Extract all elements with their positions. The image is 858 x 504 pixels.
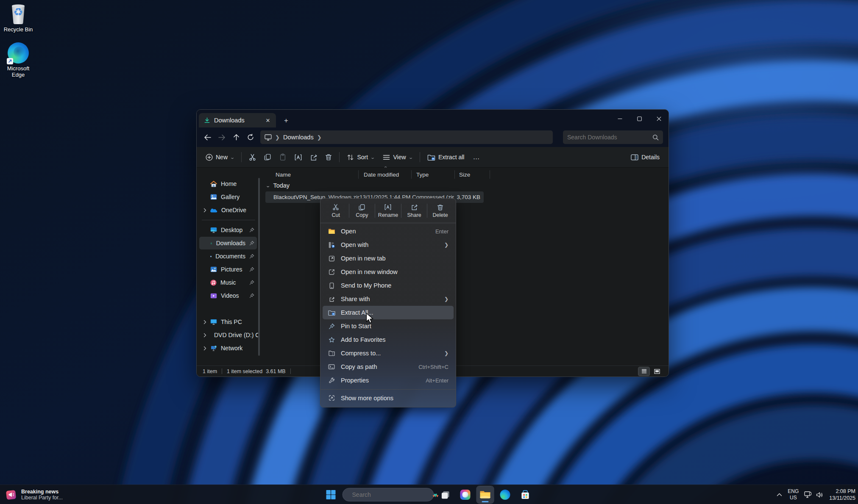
explorer-tab-downloads[interactable]: Downloads ✕ xyxy=(199,113,276,127)
system-tray-icons[interactable] xyxy=(804,491,824,498)
mouse-cursor xyxy=(365,313,375,324)
more-options-button[interactable]: … xyxy=(469,150,483,164)
minimize-button[interactable] xyxy=(610,110,630,127)
sidebar-item-home[interactable]: Home xyxy=(199,177,257,190)
cut-button[interactable] xyxy=(245,150,259,164)
desktop-icon xyxy=(210,227,217,233)
breadcrumb-chevron-icon[interactable]: ❯ xyxy=(317,134,322,141)
taskbar-search-input[interactable] xyxy=(352,491,429,498)
sidebar-item-music[interactable]: Music xyxy=(199,276,257,289)
delete-button[interactable] xyxy=(321,150,336,164)
context-menu-item-compress-to[interactable]: Compress to... ❯ xyxy=(323,346,454,360)
gallery-icon xyxy=(210,194,217,200)
network-icon xyxy=(804,491,812,498)
active-app-indicator xyxy=(482,501,489,502)
volume-icon xyxy=(816,492,824,498)
sidebar-item-network[interactable]: Network xyxy=(199,342,257,354)
sidebar-item-videos[interactable]: Videos xyxy=(199,289,257,302)
chevron-expanded-icon[interactable]: ⌄ xyxy=(265,183,270,188)
context-menu-item-open-in-new-tab[interactable]: Open in new tab xyxy=(323,252,454,265)
details-pane-button[interactable]: Details xyxy=(627,150,663,164)
taskbar-search-box[interactable]: ♥♥♥ xyxy=(343,488,434,501)
copy-button[interactable] xyxy=(260,150,275,164)
desktop-icon-recycle-bin[interactable]: ♻ Recycle Bin xyxy=(0,3,36,33)
chevron-right-icon[interactable] xyxy=(202,333,208,338)
column-header-type[interactable]: Type xyxy=(412,169,455,180)
quick-action-label: Rename xyxy=(378,212,398,218)
recycle-symbol-icon: ♻ xyxy=(13,6,23,17)
task-view-button[interactable] xyxy=(437,486,454,503)
sidebar-item-label: This PC xyxy=(221,318,242,325)
sidebar-item-onedrive[interactable]: OneDrive xyxy=(199,204,257,216)
address-bar[interactable]: ❯ Downloads ❯ xyxy=(260,130,553,144)
context-menu-item-show-more-options[interactable]: Show more options xyxy=(323,391,454,405)
forward-button[interactable] xyxy=(214,130,229,144)
clock[interactable]: 2:08 PM 13/11/2025 xyxy=(829,488,855,502)
rename-button[interactable] xyxy=(291,150,305,164)
group-header-today[interactable]: ⌄ Today xyxy=(266,182,290,189)
delete-quick-button[interactable]: Delete xyxy=(427,200,453,221)
large-icons-view-toggle[interactable] xyxy=(652,367,663,376)
back-button[interactable] xyxy=(200,130,214,144)
copilot-button[interactable] xyxy=(457,486,474,503)
close-button[interactable] xyxy=(649,110,669,127)
sidebar-item-downloads[interactable]: Downloads xyxy=(199,237,257,249)
refresh-button[interactable] xyxy=(243,130,258,144)
new-button[interactable]: New ⌄ xyxy=(202,150,238,164)
sidebar-scrollbar[interactable] xyxy=(258,178,260,356)
view-button[interactable]: View ⌄ xyxy=(379,150,416,164)
chevron-right-icon[interactable] xyxy=(202,320,208,324)
share-button[interactable] xyxy=(306,150,320,164)
up-button[interactable] xyxy=(229,130,243,144)
extract-all-button[interactable]: Extract all xyxy=(423,150,468,164)
chevron-down-icon: ⌄ xyxy=(370,155,375,160)
copy-quick-button[interactable]: Copy xyxy=(349,200,375,221)
context-menu-item-pin-to-start[interactable]: Pin to Start xyxy=(323,319,454,333)
breadcrumb-location[interactable]: Downloads xyxy=(283,134,314,141)
rename-quick-button[interactable]: Rename xyxy=(375,200,401,221)
search-box[interactable] xyxy=(563,130,663,144)
column-header-date-modified[interactable]: Date modified xyxy=(359,169,412,180)
paste-button[interactable] xyxy=(276,150,290,164)
file-explorer-button[interactable] xyxy=(477,486,494,503)
context-menu-item-add-to-favorites[interactable]: Add to Favorites xyxy=(323,333,454,346)
navigation-bar: ❯ Downloads ❯ xyxy=(197,127,669,147)
sidebar-item-label: Documents xyxy=(215,253,245,260)
details-view-toggle[interactable] xyxy=(638,367,649,376)
context-menu-item-properties[interactable]: Properties Alt+Enter xyxy=(323,374,454,387)
sidebar-item-gallery[interactable]: Gallery xyxy=(199,191,257,203)
language-indicator[interactable]: ENG US xyxy=(788,488,799,501)
context-menu-item-extract-all[interactable]: Extract All... xyxy=(323,306,454,319)
context-menu-item-copy-as-path[interactable]: Copy as path Ctrl+Shift+C xyxy=(323,360,454,374)
sidebar-item-this-pc[interactable]: This PC xyxy=(199,316,257,328)
status-divider xyxy=(290,368,291,374)
context-menu-item-open-with[interactable]: Open with ❯ xyxy=(323,238,454,252)
sidebar-item-desktop[interactable]: Desktop xyxy=(199,224,257,236)
sidebar-item-documents[interactable]: Documents xyxy=(199,250,257,263)
tray-chevron-icon[interactable] xyxy=(777,493,782,496)
context-menu-item-send-to-my-phone[interactable]: Send to My Phone xyxy=(323,279,454,292)
sidebar-item-dvd-drive[interactable]: DVD Drive (D:) C xyxy=(199,329,257,341)
maximize-button[interactable] xyxy=(630,110,649,127)
share-quick-button[interactable]: Share xyxy=(401,200,427,221)
context-menu-item-open-in-new-window[interactable]: Open in new window xyxy=(323,265,454,279)
sidebar-item-pictures[interactable]: Pictures xyxy=(199,263,257,276)
desktop-icon-microsoft-edge[interactable]: Microsoft Edge xyxy=(0,42,36,78)
microsoft-store-button[interactable] xyxy=(517,486,534,503)
edge-button[interactable] xyxy=(497,486,514,503)
chevron-right-icon[interactable] xyxy=(202,208,208,213)
cut-quick-button[interactable]: Cut xyxy=(323,200,349,221)
column-header-name[interactable]: Name xyxy=(260,169,359,180)
tab-close-icon[interactable]: ✕ xyxy=(263,116,273,125)
new-tab-button[interactable]: + xyxy=(281,115,292,126)
chevron-right-icon[interactable] xyxy=(202,346,208,351)
column-header-size[interactable]: Size xyxy=(455,169,490,180)
pin-icon xyxy=(328,323,335,330)
widgets-button[interactable]: Breaking news Liberal Party for... xyxy=(3,485,65,504)
search-input[interactable] xyxy=(567,134,652,141)
desktop-icon-label: Recycle Bin xyxy=(4,27,33,33)
start-button[interactable] xyxy=(323,486,340,503)
sort-button[interactable]: Sort ⌄ xyxy=(343,150,378,164)
context-menu-item-share-with[interactable]: Share with ❯ xyxy=(323,292,454,306)
context-menu-item-open[interactable]: Open Enter xyxy=(323,224,454,238)
